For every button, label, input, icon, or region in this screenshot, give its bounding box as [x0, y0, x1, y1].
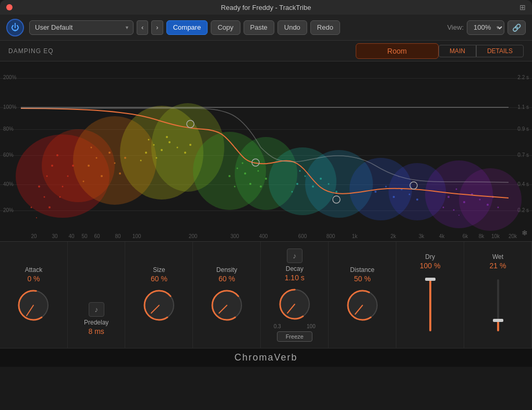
spectrum-display [0, 61, 532, 241]
dry-slider[interactable] [429, 274, 431, 337]
size-value: 60 % [151, 275, 167, 283]
svg-point-38 [177, 147, 178, 148]
svg-point-23 [72, 165, 74, 167]
size-knob[interactable] [141, 287, 177, 324]
decay-label: Decay [286, 265, 304, 272]
freq-label-4k: 4k [439, 233, 445, 239]
svg-point-13 [38, 185, 40, 188]
compare-button[interactable]: Compare [166, 20, 208, 35]
view-zoom-selector[interactable]: 100% [467, 20, 504, 35]
svg-point-28 [108, 152, 111, 154]
svg-point-68 [448, 196, 450, 198]
svg-point-27 [101, 175, 103, 177]
undo-button[interactable]: Undo [277, 20, 307, 35]
snowflake-icon[interactable]: ❄ [522, 229, 528, 237]
svg-point-29 [114, 163, 116, 164]
close-button[interactable] [6, 4, 13, 10]
svg-point-34 [145, 152, 147, 154]
freq-label-400: 400 [259, 233, 268, 239]
eq-visualization[interactable]: 200% 2.2 s 100% 1.1 s 80% 0.9 s 60% 0.7 … [0, 61, 532, 241]
dry-group: Dry 100 % [396, 242, 464, 348]
freq-label-100: 100 [132, 233, 141, 239]
tab-main[interactable]: MAIN [439, 45, 476, 57]
attack-knob[interactable] [15, 287, 52, 324]
app-name: ChromaVerb [234, 352, 297, 363]
freeze-button[interactable]: Freeze [277, 331, 312, 342]
tab-details[interactable]: DETAILS [476, 45, 524, 57]
nav-forward-button[interactable]: › [151, 20, 163, 35]
footer: ChromaVerb [0, 348, 532, 367]
svg-point-55 [305, 176, 306, 177]
svg-point-53 [260, 185, 262, 188]
svg-point-25 [88, 165, 90, 167]
wet-slider-thumb[interactable] [493, 319, 503, 322]
svg-point-42 [189, 144, 191, 146]
svg-point-74 [443, 207, 444, 208]
density-value: 60 % [219, 275, 235, 283]
link-icon[interactable]: 🔗 [507, 20, 526, 35]
decay-knob[interactable] [276, 286, 313, 322]
svg-point-18 [62, 186, 64, 188]
svg-point-73 [487, 204, 489, 206]
svg-point-33 [124, 157, 126, 159]
density-knob[interactable] [209, 287, 245, 324]
svg-point-69 [456, 189, 457, 190]
svg-point-75 [453, 209, 455, 211]
svg-point-30 [119, 172, 121, 175]
wet-value: 21 % [490, 262, 506, 270]
freq-label-40: 40 [68, 233, 74, 239]
dry-value: 100 % [420, 262, 441, 270]
svg-point-17 [56, 154, 58, 156]
svg-point-20 [36, 217, 37, 218]
svg-point-77 [498, 207, 499, 208]
paste-button[interactable]: Paste [244, 20, 274, 35]
freq-label-2k: 2k [391, 233, 396, 239]
svg-point-78 [458, 215, 460, 216]
svg-point-48 [249, 183, 251, 185]
window-control-icon[interactable]: ⊞ [519, 3, 526, 11]
freq-label-30: 30 [52, 233, 57, 239]
freq-label-20k: 20k [509, 233, 517, 239]
freq-label-80: 80 [115, 233, 120, 239]
freq-label-60: 60 [94, 233, 100, 239]
size-group: Size 60 % [125, 242, 193, 348]
freq-label-10k: 10k [491, 233, 500, 239]
freq-label-300: 300 [231, 233, 239, 239]
svg-point-14 [46, 176, 48, 177]
decay-value: 1.10 s [285, 274, 305, 282]
svg-point-31 [83, 181, 84, 182]
svg-point-39 [184, 152, 186, 154]
svg-point-19 [31, 207, 32, 208]
svg-point-60 [292, 191, 293, 193]
svg-point-72 [479, 199, 481, 201]
decay-note-icon[interactable]: ♪ [287, 249, 303, 263]
svg-point-58 [328, 183, 330, 185]
svg-point-21 [49, 206, 51, 208]
copy-button[interactable]: Copy [211, 20, 240, 35]
redo-button[interactable]: Redo [310, 20, 340, 35]
wet-slider-fill [497, 320, 499, 331]
distance-knob[interactable] [344, 287, 381, 324]
svg-point-46 [237, 168, 238, 169]
svg-point-62 [374, 191, 377, 193]
attack-value: 0 % [27, 275, 40, 283]
wet-slider[interactable] [497, 274, 499, 337]
room-button[interactable]: Room [356, 43, 439, 59]
density-label: Density [216, 266, 237, 274]
dry-slider-thumb[interactable] [425, 278, 436, 281]
svg-point-56 [312, 185, 314, 188]
freq-label-800: 800 [327, 233, 335, 239]
svg-point-32 [91, 147, 92, 148]
freq-label-200: 200 [189, 233, 198, 239]
predelay-value: 8 ms [89, 327, 104, 336]
wet-slider-track [497, 279, 499, 331]
preset-selector[interactable]: User Default [29, 20, 134, 35]
note-icon-button[interactable]: ♪ [89, 302, 104, 317]
freq-label-3k: 3k [419, 233, 425, 239]
freq-label-20: 20 [31, 233, 37, 239]
controls-area: Attack 0 % ♪ Predelay 8 ms Size 60 % Den [0, 241, 532, 348]
svg-point-57 [320, 178, 322, 180]
svg-point-59 [335, 191, 337, 193]
nav-back-button[interactable]: ‹ [137, 20, 148, 35]
power-button[interactable]: ⏻ [6, 19, 24, 36]
